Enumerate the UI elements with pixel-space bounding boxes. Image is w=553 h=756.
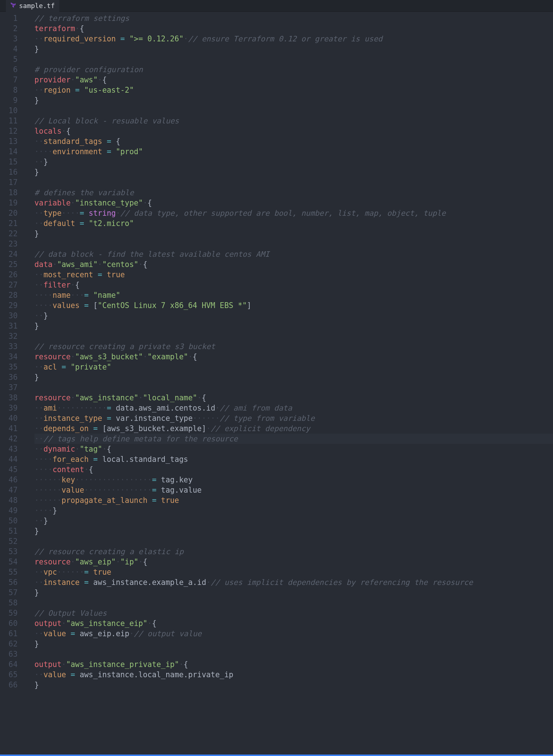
code-line[interactable]: // resource creating a private s3 bucket [34,341,553,352]
code-line[interactable]: # defines the variable [34,188,553,198]
line-number: 43 [0,444,18,454]
code-line[interactable]: locals·{ [34,126,553,136]
line-number: 52 [0,536,18,546]
line-number: 49 [0,505,18,516]
code-line[interactable]: ··most_recent = true [34,270,553,280]
code-line[interactable] [34,331,553,341]
code-line[interactable]: ····content·{ [34,464,553,475]
code-line[interactable]: ······value···············= tag.value [34,485,553,495]
code-line[interactable]: ··region = "us-east-2" [34,85,553,95]
code-line[interactable] [34,382,553,393]
line-number: 29 [0,300,18,311]
code-line[interactable]: ····environment = "prod" [34,147,553,157]
code-line[interactable] [34,239,553,249]
line-number: 45 [0,464,18,475]
code-line[interactable]: } [34,639,553,649]
code-line[interactable]: data·"aws_ami"·"centos"·{ [34,259,553,270]
code-line[interactable]: // Output Values [34,608,553,618]
file-tab[interactable]: sample.tf [6,0,59,12]
code-line[interactable]: output·"aws_instance_eip"·{ [34,618,553,629]
code-line[interactable]: } [34,167,553,177]
code-line[interactable]: ··required_version = ">= 0.12.26"·// ens… [34,34,553,44]
line-number: 10 [0,105,18,116]
line-number: 31 [0,321,18,331]
line-number: 59 [0,608,18,618]
line-number: 6 [0,64,18,75]
code-line[interactable]: ··instance = aws_instance.example_a.id·/… [34,577,553,588]
line-number: 24 [0,249,18,259]
line-number: 50 [0,516,18,526]
code-line[interactable]: resource·"aws_instance"·"local_name"·{ [34,393,553,403]
code-line[interactable]: ··default = "t2.micro" [34,218,553,229]
code-line[interactable]: ··} [34,516,553,526]
line-number: 33 [0,341,18,352]
code-area[interactable]: // terraform settingsterraform·{··requir… [24,12,553,755]
code-line[interactable]: terraform·{ [34,23,553,34]
code-line[interactable]: } [34,44,553,54]
code-line[interactable]: resource·"aws_s3_bucket"·"example"·{ [34,352,553,362]
line-number-gutter: 1234567891011121314151617181920212223242… [0,12,24,755]
code-line[interactable]: } [34,321,553,331]
code-line[interactable]: output·"aws_instance_private_ip"·{ [34,659,553,670]
line-number: 55 [0,567,18,577]
code-line[interactable]: ··acl = "private" [34,362,553,372]
line-number: 62 [0,639,18,649]
code-line[interactable]: // data block - find the latest availabl… [34,249,553,259]
code-line[interactable]: } [34,95,553,105]
code-line[interactable]: ····name···= "name" [34,290,553,300]
code-line[interactable]: ··value = aws_eip.eip·// output value [34,629,553,639]
code-line[interactable]: ······propagate_at_launch = true [34,495,553,505]
line-number: 57 [0,588,18,598]
code-line[interactable]: ··// tags help define metata for the res… [34,434,553,444]
code-line[interactable]: ··instance_type = var.instance_type·····… [34,413,553,423]
code-line[interactable]: // Local block - resuable values [34,116,553,126]
code-line[interactable]: ··type····= string·// data type, other s… [34,208,553,218]
line-number: 46 [0,475,18,485]
code-line[interactable]: // resource creating a elastic ip [34,546,553,557]
line-number: 22 [0,229,18,239]
line-number: 26 [0,270,18,280]
code-line[interactable]: ··dynamic·"tag"·{ [34,444,553,454]
code-line[interactable]: ··depends_on = [aws_s3_bucket.example]·/… [34,423,553,434]
line-number: 28 [0,290,18,300]
line-number: 27 [0,280,18,290]
code-line[interactable] [34,54,553,64]
code-line[interactable] [34,598,553,608]
code-line[interactable]: # provider configuration [34,64,553,75]
line-number: 30 [0,311,18,321]
code-line[interactable] [34,536,553,546]
code-line[interactable] [34,649,553,659]
code-line[interactable]: } [34,229,553,239]
code-line[interactable]: ····for_each = local.standard_tags [34,454,553,464]
line-number: 16 [0,167,18,177]
code-line[interactable]: ······key·················= tag.key [34,475,553,485]
code-line[interactable]: provider·"aws"·{ [34,75,553,85]
line-number: 32 [0,331,18,341]
line-number: 42 [0,434,18,444]
code-line[interactable]: ··} [34,157,553,167]
code-line[interactable] [34,177,553,188]
code-line[interactable]: ··value = aws_instance.local_name.privat… [34,670,553,680]
code-line[interactable]: // terraform settings [34,13,553,23]
line-number: 7 [0,75,18,85]
line-number: 60 [0,618,18,629]
line-number: 47 [0,485,18,495]
code-line[interactable]: ··} [34,311,553,321]
code-line[interactable]: ··vpc······= true [34,567,553,577]
code-line[interactable]: ····} [34,505,553,516]
code-line[interactable]: } [34,588,553,598]
code-line[interactable]: ····values = ["CentOS Linux 7 x86_64 HVM… [34,300,553,311]
code-line[interactable]: } [34,526,553,536]
code-line[interactable]: variable·"instance_type"·{ [34,198,553,208]
code-line[interactable]: ··standard_tags = { [34,136,553,147]
code-editor[interactable]: 1234567891011121314151617181920212223242… [0,12,553,755]
line-number: 5 [0,54,18,64]
code-line[interactable]: } [34,372,553,382]
code-line[interactable]: ··ami···········= data.aws_ami.centos.id… [34,403,553,413]
line-number: 14 [0,147,18,157]
code-line[interactable] [34,105,553,116]
code-line[interactable]: } [34,680,553,690]
code-line[interactable]: ··filter·{ [34,280,553,290]
line-number: 48 [0,495,18,505]
code-line[interactable]: resource·"aws_eip"·"ip"·{ [34,557,553,567]
